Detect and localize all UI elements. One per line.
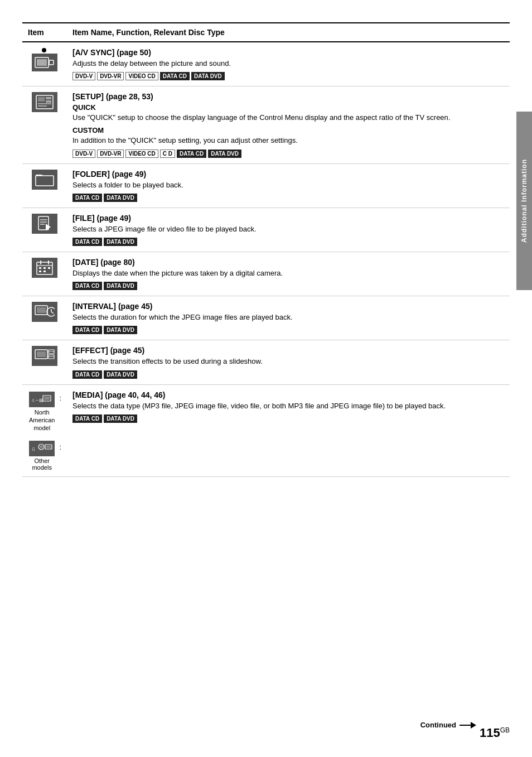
sub-label-custom: CUSTOM [72,126,504,134]
svg-rect-5 [38,97,45,102]
item-desc: Selects a JPEG image file or video file … [72,224,504,234]
other-models-icon-group: ♫ Other models [28,441,56,471]
badge-cd: C D [160,150,175,158]
badge-datadvd: DATA DVD [104,326,137,334]
svg-rect-20 [39,267,41,269]
av-sync-icon [32,54,57,71]
item-title: [MEDIA] (page 40, 44, 46) [72,390,504,399]
table-row: [SETUP] (page 28, 53) QUICK Use "QUICK" … [22,86,510,163]
page-number: 115GB [480,726,510,740]
badge-dvdvr: DVD-VR [97,150,124,158]
svg-point-27 [47,307,55,316]
item-desc: Selects the duration for which the JPEG … [72,312,504,322]
badge-datadvd: DATA DVD [208,150,241,158]
continued-arrow-icon [460,721,476,729]
svg-text:♫: ♫ [31,446,36,452]
model-icons: ♫↔▤ North American model : [28,392,61,471]
badge-datadvd: DATA DVD [104,238,137,246]
table-row: [DATE] (page 80) Displays the date when … [22,252,510,296]
item-title: [SETUP] (page 28, 53) [72,92,504,101]
disc-badges: DATA CD DATA DVD [72,414,504,423]
table-row: [EFFECT] (page 45) Selects the transitio… [22,340,510,384]
table-row: [FOLDER] (page 49) Selects a folder to b… [22,163,510,208]
date-icon [32,258,57,278]
col-header-name: Item Name, Function, Relevant Disc Type [67,23,510,42]
svg-rect-22 [48,267,50,269]
disc-badges: DATA CD DATA DVD [72,238,504,246]
svg-rect-9 [38,105,47,107]
badge-datadvd: DATA DVD [104,414,137,423]
icon-cell-media: ♫↔▤ North American model : [22,384,67,477]
continued-label: Continued [420,721,456,729]
col-header-item: Item [22,23,67,42]
item-desc-quick: Use "QUICK" setup to choose the display … [72,113,504,123]
interval-icon [32,302,57,322]
badge-videocd: VIDEO CD [125,150,158,158]
page-container: Additional Information Item Item Name, F… [0,0,532,757]
item-title: [DATE] (page 80) [72,258,504,267]
badge-datadvd: DATA DVD [104,282,137,290]
content-cell-interval: [INTERVAL] (page 45) Selects the duratio… [67,296,510,340]
north-american-label: North American model [28,408,56,432]
svg-rect-6 [46,97,51,99]
effect-icon [32,346,57,366]
table-row: [A/V SYNC] (page 50) Adjusts the delay b… [22,42,510,86]
svg-rect-2 [49,60,54,65]
badge-datacd: DATA CD [72,194,102,202]
north-american-model-row: ♫↔▤ North American model : [28,392,61,432]
icon-cell-date [22,252,67,296]
svg-rect-33 [49,355,54,359]
sidebar-label: Additional Information [516,112,532,290]
disc-badges: DVD-V DVD-VR VIDEO CD DATA CD DATA DVD [72,72,504,80]
colon-separator: : [59,394,61,402]
disc-badges: DATA CD DATA DVD [72,370,504,379]
item-desc: Displays the date when the picture was t… [72,268,504,278]
media-north-icon: ♫↔▤ [29,392,55,407]
folder-icon [32,170,57,190]
svg-rect-10 [36,176,54,186]
badge-datacd: DATA CD [72,282,102,290]
item-desc: Selects the transition effects to be use… [72,356,504,367]
content-cell-folder: [FOLDER] (page 49) Selects a folder to b… [67,163,510,208]
colon-separator2: : [59,443,61,451]
svg-rect-43 [46,446,51,448]
other-models-row: ♫ Other models [28,441,61,471]
other-models-label: Other models [28,457,56,471]
item-desc: Adjusts the delay between the picture an… [72,59,504,69]
file-icon [32,214,57,234]
item-desc: Selects a folder to be played back. [72,180,504,190]
dot-icon [42,48,46,52]
item-title: [A/V SYNC] (page 50) [72,48,504,57]
svg-rect-24 [43,271,46,272]
svg-rect-41 [40,445,43,449]
setup-icon [32,92,57,112]
north-american-icon-group: ♫↔▤ North American model [28,392,56,432]
svg-text:♫↔▤: ♫↔▤ [31,398,43,403]
item-title: [FOLDER] (page 49) [72,170,504,179]
content-cell-date: [DATE] (page 80) Displays the date when … [67,252,510,296]
content-cell-media: [MEDIA] (page 40, 44, 46) Selects the da… [67,384,510,477]
item-desc-custom: In addition to the "QUICK" setup setting… [72,136,504,146]
icon-cell-setup [22,86,67,163]
content-cell-av-sync: [A/V SYNC] (page 50) Adjusts the delay b… [67,42,510,86]
badge-dvdv: DVD-V [72,72,95,80]
badge-datadvd: DATA DVD [104,194,137,202]
badge-datadvd: DATA DVD [191,72,225,80]
item-title: [EFFECT] (page 45) [72,346,504,355]
main-table: Item Item Name, Function, Relevant Disc … [22,22,510,477]
content-cell-effect: [EFFECT] (page 45) Selects the transitio… [67,340,510,384]
table-row: ♫↔▤ North American model : [22,384,510,477]
badge-datacd: DATA CD [160,72,190,80]
svg-rect-38 [44,397,50,400]
svg-rect-31 [37,351,46,357]
badge-dvdv: DVD-V [72,150,95,158]
table-row: [INTERVAL] (page 45) Selects the duratio… [22,296,510,340]
item-desc: Selects the data type (MP3 file, JPEG im… [72,401,504,411]
disc-badges: DATA CD DATA DVD [72,282,504,290]
svg-rect-26 [37,307,46,313]
svg-rect-7 [46,100,51,103]
badge-datacd: DATA CD [72,414,102,423]
svg-rect-23 [39,271,41,272]
svg-rect-32 [49,350,54,354]
svg-rect-1 [37,59,47,66]
